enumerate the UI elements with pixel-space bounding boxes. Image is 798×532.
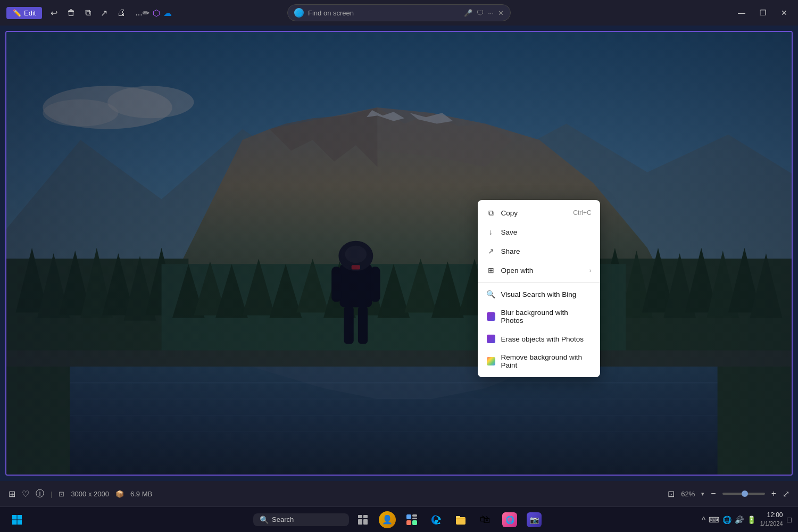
save-menu-icon: ↓ [486, 227, 496, 237]
svg-rect-76 [456, 516, 460, 518]
menu-item-open-with[interactable]: ⊞ Open with › [478, 261, 600, 280]
open-with-chevron: › [589, 267, 592, 273]
print-icon[interactable]: 🖨 [117, 8, 126, 18]
fullscreen-status-icon[interactable]: ⊡ [668, 489, 675, 499]
save-label: Save [501, 228, 518, 236]
export-icon[interactable]: ↗ [101, 8, 107, 18]
edit-label: Edit [24, 9, 36, 17]
copy-shortcut: Ctrl+C [573, 209, 591, 217]
svg-rect-65 [18, 520, 22, 525]
svg-rect-67 [363, 515, 368, 518]
menu-item-remove-bg[interactable]: Remove background with Paint [478, 348, 600, 374]
bing-icon: 🔍 [486, 289, 496, 299]
task-view-button[interactable] [352, 509, 373, 530]
fit-to-screen-icon[interactable]: ⤢ [783, 489, 789, 499]
copy-menu-icon: ⧉ [486, 208, 496, 218]
minimize-button[interactable]: — [734, 5, 749, 20]
menu-divider-1 [478, 282, 600, 282]
close-search-icon[interactable]: ✕ [498, 9, 504, 17]
taskbar-explorer-icon[interactable] [450, 509, 471, 530]
taskbar-center: 🔍 Search 👤 [253, 509, 545, 530]
zoom-dropdown-icon[interactable]: ▾ [701, 491, 704, 497]
taskbar-app1-icon[interactable]: 🌐 [499, 509, 520, 530]
dimensions-icon2: 📦 [115, 490, 124, 498]
status-view-icon[interactable]: ⊞ [9, 489, 15, 499]
window-controls: — ❐ ✕ [734, 5, 792, 20]
file-size: 6.9 MB [130, 490, 152, 498]
pencil-tray-icon: ✏ [143, 8, 149, 18]
photo-frame: ⧉ Copy Ctrl+C ↓ Save ↗ Share ⊞ Open with… [5, 31, 793, 476]
restore-button[interactable]: ❐ [755, 5, 770, 20]
windows-start-button[interactable] [6, 509, 28, 530]
svg-rect-68 [358, 519, 362, 525]
search-placeholder: Find on screen [308, 9, 354, 17]
share-menu-icon: ↗ [486, 246, 496, 256]
dimensions-icon: ⊡ [59, 490, 64, 498]
photos-erase-icon [486, 334, 496, 344]
svg-rect-69 [363, 519, 368, 525]
expand-tray-icon[interactable]: ^ [702, 516, 705, 524]
close-button[interactable]: ✕ [777, 5, 792, 20]
copy-label: Copy [501, 209, 518, 217]
network-icon[interactable]: 🌐 [722, 516, 732, 524]
notification-icon[interactable]: □ [787, 516, 792, 524]
menu-item-save[interactable]: ↓ Save [478, 222, 600, 242]
status-info-icon[interactable]: ⓘ [36, 488, 44, 500]
taskbar-search-bar[interactable]: 🔍 Search [253, 513, 349, 526]
dots-icon[interactable]: ··· [488, 9, 494, 17]
menu-item-erase-objects[interactable]: Erase objects with Photos [478, 329, 600, 348]
status-right: ⊡ 62% ▾ − + ⤢ [668, 489, 789, 499]
onedrive-icon: ☁ [163, 8, 172, 18]
main-content: ⧉ Copy Ctrl+C ↓ Save ↗ Share ⊞ Open with… [0, 26, 798, 481]
svg-rect-61 [6, 32, 792, 475]
search-bar-right: 🎤 🛡 ··· ✕ [464, 9, 504, 17]
time-display: 12:00 [760, 511, 783, 520]
copy-toolbar-icon[interactable]: ⧉ [85, 8, 91, 18]
browser-icon: 🌐 [294, 8, 304, 18]
edit-button[interactable]: ✏️ Edit [6, 7, 42, 19]
delete-icon[interactable]: 🗑 [67, 8, 76, 18]
photo-scene [6, 32, 792, 475]
svg-rect-70 [406, 514, 411, 519]
taskbar: 🔍 Search 👤 [0, 506, 798, 532]
zoom-in-icon[interactable]: + [771, 489, 776, 498]
taskbar-widgets-icon[interactable] [401, 509, 422, 530]
date-display: 1/1/2024 [760, 520, 783, 528]
title-bar: ✏️ Edit ↩ 🗑 ⧉ ↗ 🖨 ... 🌐 Find on screen 🎤… [0, 0, 798, 26]
clock[interactable]: 12:00 1/1/2024 [760, 511, 783, 528]
menu-item-visual-search[interactable]: 🔍 Visual Search with Bing [478, 285, 600, 304]
toolbar-icons: ↩ 🗑 ⧉ ↗ 🖨 ... [51, 8, 142, 18]
zoom-slider[interactable] [722, 493, 765, 495]
menu-item-share[interactable]: ↗ Share [478, 242, 600, 261]
taskbar-app2-icon[interactable]: 📷 [523, 509, 545, 530]
volume-icon[interactable]: 🔊 [735, 516, 744, 524]
taskbar-person-icon[interactable]: 👤 [377, 509, 398, 530]
taskbar-search-icon: 🔍 [260, 516, 269, 524]
battery-icon[interactable]: 🔋 [747, 516, 756, 524]
zoom-out-icon[interactable]: − [711, 489, 716, 498]
blur-bg-label: Blur background with Photos [501, 309, 592, 325]
share-label: Share [501, 247, 520, 255]
svg-rect-63 [18, 515, 22, 520]
svg-rect-74 [412, 520, 417, 525]
mic-icon[interactable]: 🎤 [464, 9, 472, 17]
svg-rect-71 [412, 514, 417, 517]
undo-icon[interactable]: ↩ [51, 8, 57, 18]
context-menu: ⧉ Copy Ctrl+C ↓ Save ↗ Share ⊞ Open with… [478, 200, 600, 377]
erase-objects-label: Erase objects with Photos [501, 335, 584, 343]
taskbar-edge-icon[interactable] [426, 509, 447, 530]
photo-dimensions: 3000 x 2000 [71, 490, 109, 498]
remove-bg-label: Remove background with Paint [501, 353, 592, 369]
menu-item-blur-bg[interactable]: Blur background with Photos [478, 304, 600, 329]
more-icon[interactable]: ... [135, 8, 142, 18]
shield-icon: 🛡 [477, 9, 484, 17]
status-separator-1: | [51, 490, 52, 498]
search-bar[interactable]: 🌐 Find on screen 🎤 🛡 ··· ✕ [287, 4, 511, 21]
keyboard-icon[interactable]: ⌨ [709, 516, 719, 524]
taskbar-store-icon[interactable]: 🛍 [475, 509, 496, 530]
menu-item-copy[interactable]: ⧉ Copy Ctrl+C [478, 203, 600, 222]
status-heart-icon[interactable]: ♡ [22, 489, 29, 499]
open-with-label: Open with [501, 267, 534, 275]
svg-rect-64 [12, 520, 17, 525]
photos-blur-icon [486, 312, 496, 321]
